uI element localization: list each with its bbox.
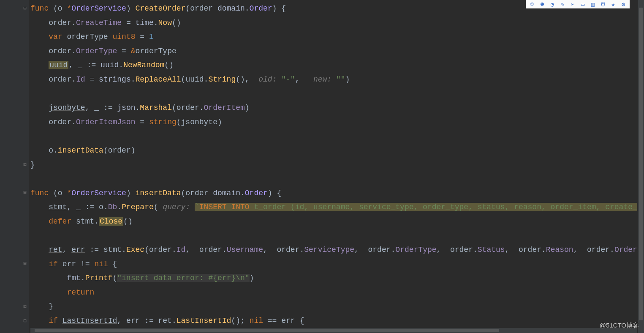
star-icon[interactable]: ★ (610, 1, 616, 7)
code-line[interactable] (0, 87, 644, 101)
inbox-icon[interactable]: ▥ (590, 1, 596, 7)
fold-open-icon[interactable]: ⊟ (23, 257, 27, 271)
code-line[interactable]: } (0, 158, 644, 172)
fold-close-icon[interactable]: ⊡ (23, 158, 27, 172)
floating-toolbar[interactable]: ☺ ☻ ◔ ✎ ✂ ▭ ▥ ☋ ★ ⚙ (526, 0, 630, 8)
code-line[interactable]: ret, err := stmt.Exec(order.Id, order.Us… (0, 243, 644, 257)
code-line[interactable]: order.CreateTime = time.Now() (0, 16, 644, 30)
code-line[interactable]: order.OrderItemJson = string(jsonbyte) (0, 115, 644, 130)
code-line[interactable]: } (0, 300, 644, 314)
fold-close-icon[interactable]: ⊡ (23, 300, 27, 314)
scrollbar-thumb[interactable] (639, 8, 643, 320)
face-icon[interactable]: ☺ (529, 1, 535, 7)
code-editor[interactable]: ⊟ ⊡ ⊟ ⊟ ⊡ ⊟ func (o *OrderService) Creat… (0, 0, 644, 333)
code-line[interactable]: return (0, 286, 644, 300)
watermark: @51CTO博客 (600, 322, 639, 330)
scrollbar-thumb[interactable] (35, 329, 499, 332)
pencil-icon[interactable]: ✎ (560, 1, 565, 7)
code-line[interactable]: stmt, _ := o.Db.Prepare( query: `INSERT … (0, 200, 644, 215)
smile-icon[interactable]: ☻ (539, 1, 545, 7)
code-line[interactable] (0, 172, 644, 186)
code-line[interactable]: if err != nil { (0, 257, 644, 272)
fold-open-icon[interactable]: ⊟ (23, 186, 27, 200)
code-line[interactable]: order.Id = strings.ReplaceAll(uuid.Strin… (0, 73, 644, 87)
fold-open-icon[interactable]: ⊟ (23, 314, 27, 329)
scissors-icon[interactable]: ✂ (570, 1, 576, 7)
code-line[interactable]: defer stmt.Close() (0, 215, 644, 229)
gear-icon[interactable]: ⚙ (620, 1, 626, 7)
code-line[interactable]: o.insertData(order) (0, 144, 644, 158)
code-line[interactable]: jsonbyte, _ := json.Marshal(order.OrderI… (0, 101, 644, 115)
people-icon[interactable]: ☋ (600, 1, 606, 7)
code-line[interactable] (0, 129, 644, 144)
code-line[interactable]: order.OrderType = &orderType (0, 44, 644, 59)
fold-open-icon[interactable]: ⊟ (23, 2, 27, 16)
code-line[interactable]: var orderType uint8 = 1 (0, 30, 644, 44)
code-line[interactable]: uuid, _ := uuid.NewRandom() (0, 58, 644, 73)
code-line[interactable]: func (o *OrderService) insertData(order … (0, 186, 644, 201)
clipboard-icon[interactable]: ▭ (580, 1, 586, 7)
code-line[interactable] (0, 229, 644, 243)
horizontal-scrollbar[interactable] (30, 328, 637, 333)
code-line[interactable]: fmt.Printf("insert data error: #{err}\n"… (0, 271, 644, 286)
code-line[interactable]: if LastInsertId, err := ret.LastInsertId… (0, 314, 644, 328)
uuid-highlight: uuid (49, 61, 68, 69)
vertical-scrollbar[interactable] (638, 0, 644, 333)
clock-icon[interactable]: ◔ (549, 1, 555, 7)
